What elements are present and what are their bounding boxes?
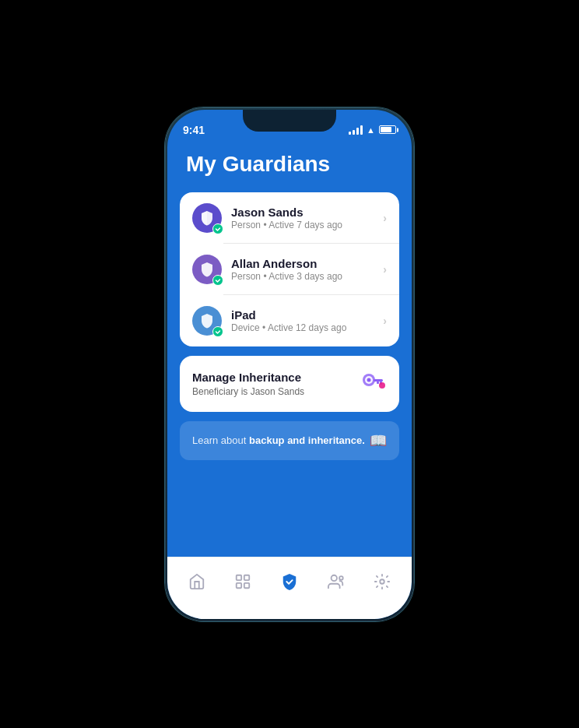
manage-inheritance-card[interactable]: Manage Inheritance Beneficiary is Jason … [180, 356, 399, 412]
guardian-sub-allan: Person • Active 3 days ago [231, 271, 383, 282]
svg-point-2 [367, 378, 371, 382]
guardian-sub-ipad: Device • Active 12 days ago [231, 322, 383, 333]
phone-screen: 9:41 ▲ My Guardians [167, 110, 412, 619]
shield-icon-allan [199, 261, 215, 278]
nav-item-home[interactable] [180, 564, 214, 599]
key-icon [359, 368, 387, 399]
svg-rect-10 [244, 583, 249, 588]
svg-point-12 [339, 576, 343, 580]
wifi-icon: ▲ [367, 125, 375, 135]
manage-inheritance-title: Manage Inheritance [192, 371, 304, 384]
chevron-icon-jason: › [383, 212, 387, 224]
learn-text: Learn about backup and inheritance. [192, 434, 365, 446]
svg-rect-5 [377, 382, 379, 384]
check-badge-jason [212, 223, 223, 234]
svg-rect-7 [237, 575, 241, 580]
svg-rect-3 [374, 379, 383, 382]
svg-rect-9 [237, 583, 241, 588]
nav-item-shield[interactable] [272, 564, 307, 599]
phone-frame: 9:41 ▲ My Guardians [165, 107, 414, 621]
settings-icon [374, 573, 391, 590]
guardian-sub-jason: Person • Active 7 days ago [231, 220, 383, 230]
guardian-item-allan[interactable]: Allan Anderson Person • Active 3 days ag… [180, 244, 399, 295]
shield-icon [199, 209, 215, 227]
guardian-item-ipad[interactable]: iPad Device • Active 12 days ago › [180, 295, 399, 346]
guardian-name-allan: Allan Anderson [231, 257, 383, 270]
scroll-area: Jason Sands Person • Active 7 days ago › [167, 192, 412, 557]
shield-nav-icon [281, 572, 298, 591]
nav-item-grid[interactable] [226, 564, 260, 599]
status-time: 9:41 [183, 124, 205, 136]
svg-point-11 [331, 575, 336, 581]
page-title: My Guardians [167, 144, 412, 192]
chevron-icon-allan: › [383, 263, 387, 276]
svg-rect-8 [244, 575, 249, 580]
bottom-nav [167, 557, 412, 619]
phone-notch [243, 110, 336, 132]
guardian-avatar-jason [192, 203, 222, 233]
signal-icon [349, 125, 363, 135]
manage-info: Manage Inheritance Beneficiary is Jason … [192, 371, 304, 397]
grid-icon [234, 573, 251, 590]
guardian-item-jason[interactable]: Jason Sands Person • Active 7 days ago › [180, 192, 399, 244]
svg-point-13 [380, 579, 384, 584]
nav-item-settings[interactable] [365, 564, 399, 599]
guardian-name-ipad: iPad [231, 308, 383, 322]
guardian-info-jason: Jason Sands Person • Active 7 days ago [231, 206, 383, 230]
check-badge-ipad [212, 326, 223, 337]
guardian-name-jason: Jason Sands [231, 206, 383, 219]
status-icons: ▲ [349, 125, 396, 135]
nav-item-users[interactable] [319, 564, 353, 599]
learn-card[interactable]: Learn about backup and inheritance. 📖 [180, 421, 399, 460]
guardian-avatar-ipad [192, 306, 222, 336]
users-icon [328, 573, 345, 590]
main-content: My Guardians [167, 144, 412, 557]
guardian-info-allan: Allan Anderson Person • Active 3 days ag… [231, 257, 383, 282]
svg-point-6 [379, 382, 385, 389]
book-icon: 📖 [370, 432, 387, 449]
guardian-avatar-allan [192, 255, 222, 284]
guardian-info-ipad: iPad Device • Active 12 days ago [231, 308, 383, 333]
shield-icon-ipad [199, 312, 215, 329]
chevron-icon-ipad: › [383, 315, 387, 327]
guardians-card: Jason Sands Person • Active 7 days ago › [180, 192, 399, 346]
manage-inheritance-subtitle: Beneficiary is Jason Sands [192, 386, 304, 397]
battery-icon [379, 125, 396, 134]
home-icon [188, 573, 205, 590]
check-badge-allan [212, 275, 223, 286]
